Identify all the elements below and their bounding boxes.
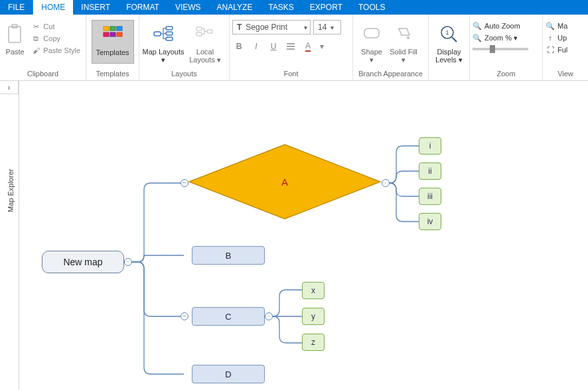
fullscreen-icon: ⛶: [546, 45, 555, 54]
templates-group-label: Templates: [89, 68, 136, 80]
underline-button[interactable]: U: [267, 40, 280, 53]
templates-label: Templates: [96, 48, 129, 56]
svg-rect-3: [110, 27, 115, 31]
view-ma-button[interactable]: 🔍 Ma: [546, 21, 567, 31]
shape-label: Shape▾: [361, 48, 382, 64]
node-a-collapse-button[interactable]: −: [181, 179, 188, 187]
node-d[interactable]: D: [192, 365, 265, 383]
root-expand-button[interactable]: ·: [124, 258, 132, 266]
node-d-label: D: [225, 369, 231, 379]
node-a-child-i[interactable]: i: [419, 137, 441, 155]
font-name-value: Segoe Print: [246, 23, 300, 32]
local-layouts-button[interactable]: Local Layouts ▾: [184, 20, 226, 68]
paste-button[interactable]: Paste: [3, 20, 27, 68]
menu-analyze[interactable]: ANALYZE: [209, 0, 261, 15]
svg-text:1: 1: [445, 29, 449, 36]
menu-insert[interactable]: INSERT: [73, 0, 118, 15]
list-button[interactable]: [284, 40, 297, 53]
svg-rect-7: [117, 32, 122, 36]
font-group-label: Font: [232, 68, 350, 80]
display-levels-button[interactable]: 1 Display Levels ▾: [432, 20, 467, 68]
map-layouts-button[interactable]: Map Layouts ▾: [142, 20, 184, 68]
ribbon-group-zoom: 🔍 Auto Zoom 🔍 Zoom % ▾ Zoom: [470, 15, 543, 80]
shape-button[interactable]: Shape▾: [356, 20, 388, 68]
zoom-group-label: Zoom: [473, 68, 540, 80]
node-a-expand-button[interactable]: ·: [382, 179, 390, 187]
ribbon-group-font: T Segoe Print ▾ 14 ▾ B I U A ▾: [230, 15, 353, 80]
ribbon-group-display: 1 Display Levels ▾: [429, 15, 470, 80]
font-color-button[interactable]: A: [301, 40, 315, 53]
node-c-child-x[interactable]: x: [302, 282, 325, 299]
node-a-child-iv[interactable]: iv: [419, 213, 441, 230]
chevron-down-icon: ▾: [304, 24, 307, 31]
svg-rect-11: [166, 37, 173, 40]
zoom-slider[interactable]: [473, 48, 528, 50]
zoom-pct-label: Zoom % ▾: [484, 34, 518, 42]
solid-fill-button[interactable]: Solid Fill ▾: [388, 20, 419, 68]
menu-format[interactable]: FORMAT: [118, 0, 167, 15]
node-c-collapse-button[interactable]: −: [181, 312, 188, 320]
node-c-expand-button[interactable]: ·: [265, 312, 273, 320]
paste-icon: [4, 23, 27, 45]
font-size-select[interactable]: 14 ▾: [313, 20, 341, 34]
svg-rect-2: [104, 27, 109, 31]
node-a-child-i-label: i: [429, 141, 431, 151]
menu-home[interactable]: HOME: [33, 0, 73, 15]
node-a-child-ii[interactable]: ii: [419, 162, 441, 180]
paintbrush-icon: 🖌: [31, 46, 40, 55]
view-ful-button[interactable]: ⛶ Ful: [546, 45, 567, 54]
layouts-group-label: Layouts: [142, 68, 226, 80]
copy-button[interactable]: ⧉ Copy: [29, 33, 83, 44]
mindmap-canvas[interactable]: New map · A − · i ii iii iv B C − · x y …: [19, 81, 588, 390]
ribbon-group-view: 🔍 Ma ↑ Up ⛶ Ful View: [543, 15, 588, 80]
node-b[interactable]: B: [192, 246, 265, 265]
font-color-dropdown[interactable]: ▾: [319, 40, 325, 53]
zoom-slider-thumb[interactable]: [490, 45, 495, 53]
svg-rect-8: [154, 32, 161, 36]
node-c-child-z[interactable]: z: [302, 334, 325, 351]
templates-button[interactable]: Templates: [92, 20, 134, 64]
templates-icon: [102, 23, 124, 46]
node-a[interactable]: A: [188, 143, 382, 220]
display-levels-label: Display Levels ▾: [432, 48, 467, 64]
magnifier-icon: 🔍: [546, 21, 555, 31]
ribbon-group-clipboard: Paste ✂ Cut ⧉ Copy 🖌 Paste Style Clipboa…: [0, 15, 86, 80]
auto-zoom-button[interactable]: 🔍 Auto Zoom: [473, 21, 528, 31]
map-layouts-label: Map Layouts ▾: [142, 48, 184, 64]
ribbon-group-templates: Templates Templates: [86, 15, 139, 80]
bold-button[interactable]: B: [232, 40, 246, 53]
font-name-select[interactable]: T Segoe Print ▾: [232, 20, 311, 34]
menu-file[interactable]: FILE: [0, 0, 33, 15]
svg-rect-10: [166, 32, 173, 35]
menu-tools[interactable]: TOOLS: [350, 0, 393, 15]
node-c-child-z-label: z: [311, 338, 315, 347]
menu-views[interactable]: VIEWS: [167, 0, 209, 15]
node-c-child-y[interactable]: y: [302, 308, 325, 325]
cut-button[interactable]: ✂ Cut: [29, 21, 83, 32]
clipboard-group-label: Clipboard: [3, 68, 83, 80]
paste-style-button[interactable]: 🖌 Paste Style: [29, 45, 83, 56]
menu-export[interactable]: EXPORT: [302, 0, 350, 15]
italic-button[interactable]: I: [250, 40, 263, 53]
side-panel-toggle[interactable]: ›: [0, 81, 19, 94]
paste-label: Paste: [6, 48, 25, 56]
node-c[interactable]: C: [192, 307, 265, 326]
view-ful-label: Ful: [557, 46, 567, 54]
node-a-child-iii[interactable]: iii: [419, 188, 441, 205]
display-group-label: [431, 76, 467, 80]
view-ma-label: Ma: [557, 22, 567, 30]
shape-icon: [360, 23, 383, 45]
svg-point-16: [407, 36, 409, 39]
node-root-label: New map: [63, 257, 102, 267]
node-root[interactable]: New map: [42, 251, 124, 273]
svg-rect-14: [207, 30, 212, 33]
menu-tasks[interactable]: TASKS: [260, 0, 301, 15]
side-panel-label[interactable]: Map Explorer: [7, 169, 15, 212]
zoom-pct-button[interactable]: 🔍 Zoom % ▾: [473, 33, 528, 42]
node-a-child-iv-label: iv: [427, 217, 433, 226]
view-up-button[interactable]: ↑ Up: [546, 33, 567, 42]
local-layouts-label: Local Layouts ▾: [184, 48, 226, 64]
menu-bar: FILE HOME INSERT FORMAT VIEWS ANALYZE TA…: [0, 0, 588, 15]
branch-group-label: Branch Appearance: [356, 68, 425, 80]
svg-rect-4: [117, 27, 122, 31]
